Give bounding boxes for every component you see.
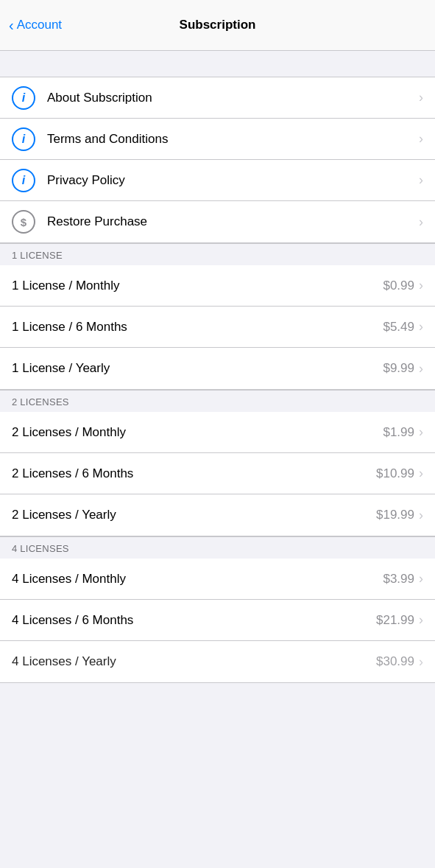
privacy-label: Privacy Policy <box>47 173 413 188</box>
restore-label: Restore Purchase <box>47 214 413 229</box>
1license-monthly-label: 1 License / Monthly <box>12 279 119 293</box>
4licenses-monthly-price: $3.99 <box>383 572 414 587</box>
1license-yearly-right: $9.99 › <box>383 361 423 377</box>
2licenses-6months-chevron-icon: › <box>419 466 423 481</box>
privacy-chevron-icon: › <box>419 172 423 188</box>
section-header-4licenses: 4 LICENSES <box>0 536 435 559</box>
4licenses-yearly-label: 4 Licenses / Yearly <box>12 654 116 669</box>
1license-6months-label: 1 License / 6 Months <box>12 320 127 335</box>
4licenses-yearly-right: $30.99 › <box>376 654 423 670</box>
4licenses-6months-label: 4 Licenses / 6 Months <box>12 613 133 628</box>
back-label: Account <box>17 18 62 32</box>
2licenses-monthly-price: $1.99 <box>383 425 414 440</box>
4licenses-yearly-chevron-icon: › <box>419 654 423 670</box>
info-icon-about: i <box>12 86 35 110</box>
info-icon-terms: i <box>12 127 35 151</box>
1license-6months-chevron-icon: › <box>419 319 423 335</box>
top-gap <box>0 51 435 77</box>
2licenses-monthly-right: $1.99 › <box>383 424 423 440</box>
1license-monthly-row[interactable]: 1 License / Monthly $0.99 › <box>0 265 435 307</box>
privacy-row[interactable]: i Privacy Policy › <box>0 160 435 201</box>
2licenses-yearly-price: $19.99 <box>376 508 414 522</box>
2licenses-6months-label: 2 Licenses / 6 Months <box>12 466 133 481</box>
terms-chevron-icon: › <box>419 131 423 147</box>
dollar-icon-restore: $ <box>12 210 35 234</box>
back-chevron-icon: ‹ <box>9 18 14 32</box>
restore-row[interactable]: $ Restore Purchase › <box>0 201 435 242</box>
2licenses-yearly-right: $19.99 › <box>376 508 423 523</box>
2licenses-monthly-label: 2 Licenses / Monthly <box>12 425 126 440</box>
about-label: About Subscription <box>47 91 413 105</box>
nav-bar: ‹ Account Subscription <box>0 0 435 51</box>
back-button[interactable]: ‹ Account <box>9 18 62 32</box>
2licenses-yearly-row[interactable]: 2 Licenses / Yearly $19.99 › <box>0 494 435 536</box>
2licenses-monthly-chevron-icon: › <box>419 424 423 440</box>
2licenses-6months-row[interactable]: 2 Licenses / 6 Months $10.99 › <box>0 453 435 494</box>
pricing-section-4licenses: 4 Licenses / Monthly $3.99 › 4 Licenses … <box>0 559 435 683</box>
info-icon-privacy: i <box>12 169 35 192</box>
1license-yearly-chevron-icon: › <box>419 361 423 377</box>
page-title: Subscription <box>180 18 256 32</box>
2licenses-6months-right: $10.99 › <box>376 466 423 481</box>
terms-row[interactable]: i Terms and Conditions › <box>0 119 435 160</box>
4licenses-6months-row[interactable]: 4 Licenses / 6 Months $21.99 › <box>0 600 435 641</box>
4licenses-yearly-price: $30.99 <box>376 654 414 669</box>
4licenses-monthly-right: $3.99 › <box>383 571 423 587</box>
section-header-1license: 1 LICENSE <box>0 243 435 265</box>
1license-6months-row[interactable]: 1 License / 6 Months $5.49 › <box>0 307 435 348</box>
1license-6months-price: $5.49 <box>383 320 414 335</box>
4licenses-monthly-row[interactable]: 4 Licenses / Monthly $3.99 › <box>0 559 435 600</box>
2licenses-yearly-chevron-icon: › <box>419 508 423 523</box>
1license-yearly-row[interactable]: 1 License / Yearly $9.99 › <box>0 348 435 389</box>
4licenses-monthly-label: 4 Licenses / Monthly <box>12 572 126 587</box>
about-chevron-icon: › <box>419 90 423 105</box>
pricing-section-1license: 1 License / Monthly $0.99 › 1 License / … <box>0 265 435 390</box>
2licenses-6months-price: $10.99 <box>376 466 414 481</box>
4licenses-6months-chevron-icon: › <box>419 612 423 628</box>
2licenses-yearly-label: 2 Licenses / Yearly <box>12 508 116 522</box>
1license-monthly-right: $0.99 › <box>383 278 423 293</box>
1license-yearly-label: 1 License / Yearly <box>12 361 110 376</box>
info-section: i About Subscription › i Terms and Condi… <box>0 77 435 243</box>
restore-chevron-icon: › <box>419 214 423 230</box>
pricing-section-2licenses: 2 Licenses / Monthly $1.99 › 2 Licenses … <box>0 412 435 536</box>
2licenses-monthly-row[interactable]: 2 Licenses / Monthly $1.99 › <box>0 412 435 453</box>
terms-label: Terms and Conditions <box>47 132 413 147</box>
1license-yearly-price: $9.99 <box>383 361 414 376</box>
4licenses-yearly-row[interactable]: 4 Licenses / Yearly $30.99 › <box>0 641 435 682</box>
1license-monthly-chevron-icon: › <box>419 278 423 293</box>
4licenses-6months-price: $21.99 <box>376 613 414 628</box>
1license-6months-right: $5.49 › <box>383 319 423 335</box>
1license-monthly-price: $0.99 <box>383 279 414 293</box>
4licenses-monthly-chevron-icon: › <box>419 571 423 587</box>
about-row[interactable]: i About Subscription › <box>0 77 435 119</box>
section-header-2licenses: 2 LICENSES <box>0 390 435 412</box>
4licenses-6months-right: $21.99 › <box>376 612 423 628</box>
